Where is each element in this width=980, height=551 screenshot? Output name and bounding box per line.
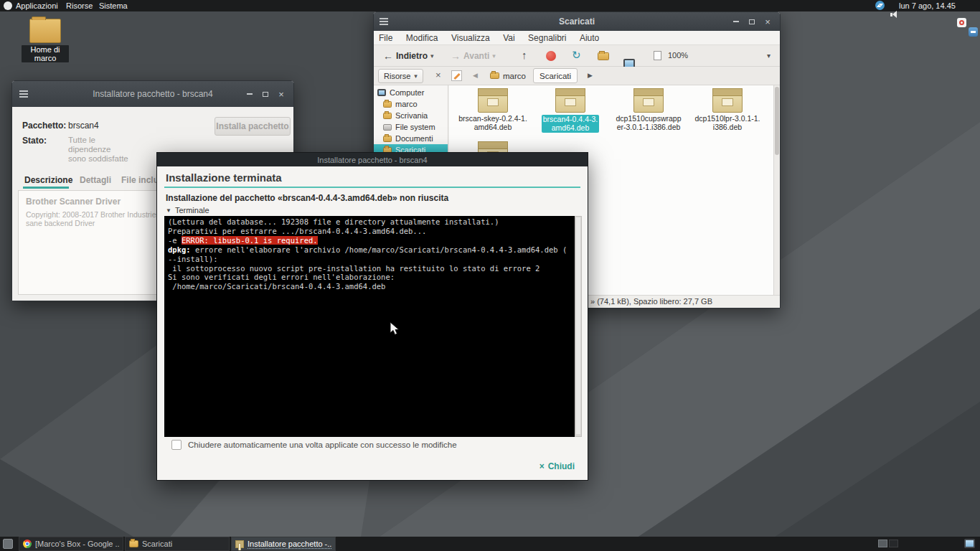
folder-tool-icon[interactable] — [598, 52, 609, 60]
power-indicator-icon[interactable] — [957, 18, 966, 27]
forward-icon: → — [451, 50, 461, 62]
maximize-button[interactable] — [258, 81, 273, 107]
maximize-icon — [749, 19, 755, 24]
install-package-button[interactable]: Installa pacchetto — [215, 117, 291, 136]
menu-aiuto[interactable]: Aiuto — [575, 31, 604, 45]
sidebar-label: Documenti — [395, 134, 433, 143]
back-button[interactable]: ← Indietro ▾ — [380, 48, 438, 64]
terminal-error-text: ERROR: libusb-0.1 is required. — [182, 236, 318, 245]
folder-icon — [490, 72, 499, 79]
minimize-button[interactable] — [242, 81, 258, 107]
session-menu-icon[interactable] — [969, 27, 978, 37]
volume-icon[interactable] — [890, 11, 897, 19]
tray-display-icon[interactable] — [964, 539, 975, 548]
file-name-line: amd64.deb — [543, 124, 598, 133]
dialog-titlebar[interactable]: Installatore pacchetto - brscan4 — [157, 153, 588, 166]
places-dropdown[interactable]: Risorse ▾ — [378, 69, 423, 83]
heading-underline — [164, 187, 580, 188]
edit-path-icon[interactable] — [451, 70, 462, 81]
breadcrumb-marco[interactable]: marco — [484, 68, 532, 83]
forward-button[interactable]: → Avanti ▾ — [447, 48, 499, 64]
taskbar-item-label: [Marco's Box - Google ... — [35, 540, 119, 548]
taskbar-item-installer[interactable]: Installatore pacchetto -... — [231, 537, 336, 551]
taskbar-item-browser[interactable]: [Marco's Box - Google ... — [19, 537, 123, 551]
workspace-2[interactable] — [889, 540, 898, 547]
file-item-brscan-skey[interactable]: brscan-skey-0.2.4-1. amd64.deb — [457, 88, 529, 133]
panel-menu-risorse[interactable]: Risorse — [66, 0, 93, 11]
menu-modifica[interactable]: Modifica — [401, 31, 443, 45]
installer-titlebar[interactable]: Installatore pacchetto - brscan4 × — [12, 81, 293, 107]
terminal-scrollbar[interactable] — [575, 216, 582, 437]
close-button[interactable]: × — [760, 12, 776, 31]
auto-close-checkbox[interactable] — [171, 440, 182, 450]
file-item-dcp1510lpr[interactable]: dcp1510lpr-3.0.1-1. i386.deb — [692, 88, 763, 133]
terminal-line: --install): — [168, 255, 571, 264]
places-label: Risorse — [384, 72, 410, 80]
scroll-right-icon[interactable]: ▶ — [588, 72, 593, 79]
show-desktop-icon[interactable] — [3, 539, 13, 549]
menu-segnalibri[interactable]: Segnalibri — [523, 31, 571, 45]
panel-menu-sistema[interactable]: Sistema — [99, 0, 128, 11]
caret-down-icon: ▾ — [492, 52, 496, 60]
file-item-brscan4[interactable]: brscan4-0.4.4-3. amd64.deb — [534, 88, 606, 133]
minimize-icon — [733, 21, 739, 22]
network-icon[interactable] — [875, 1, 885, 10]
breadcrumb-scaricati[interactable]: Scaricati — [533, 68, 578, 83]
sidebar-item-documenti[interactable]: Documenti — [383, 133, 433, 144]
minimize-button[interactable] — [728, 12, 744, 31]
taskbar-item-scaricati[interactable]: Scaricati — [125, 537, 230, 551]
sidebar-label: Scrivania — [395, 111, 428, 120]
maximize-button[interactable] — [744, 12, 760, 31]
workspace-1[interactable] — [878, 540, 887, 547]
document-tool-icon[interactable] — [654, 51, 661, 60]
scroll-left-icon[interactable]: ◀ — [473, 72, 478, 79]
scrollbar-thumb[interactable] — [775, 87, 779, 155]
file-name-line: i386.deb — [694, 123, 760, 132]
scrollbar-thumb[interactable] — [576, 217, 580, 434]
stop-icon[interactable] — [546, 51, 556, 61]
fm-toolbar: ← Indietro ▾ → Avanti ▾ ↑ ↻ 100% ▾ — [374, 45, 780, 67]
tab-dettagli[interactable]: Dettagli — [80, 175, 111, 185]
status-label: Stato: — [22, 136, 47, 146]
window-menu-icon[interactable] — [380, 18, 388, 25]
toolbar-overflow-icon[interactable]: ▾ — [767, 52, 771, 60]
sidebar-item-scrivania[interactable]: Scrivania — [383, 110, 428, 121]
up-icon[interactable]: ↑ — [522, 50, 527, 60]
terminal-output[interactable]: (Lettura del database... 192308 file e d… — [164, 216, 575, 437]
menu-vai[interactable]: Vai — [498, 31, 519, 45]
clock[interactable]: lun 7 ago, 14.45 — [899, 0, 956, 11]
folder-icon — [383, 101, 392, 108]
package-value: brscan4 — [68, 121, 99, 131]
file-list-scrollbar[interactable] — [773, 85, 780, 295]
checkbox-label: Chiudere automaticamente una volta appli… — [188, 441, 457, 449]
menu-visualizza[interactable]: Visualizza — [446, 31, 495, 45]
menu-file[interactable]: File — [374, 31, 397, 45]
sidebar-item-marco[interactable]: marco — [383, 98, 418, 110]
terminal-line: /home/marco/Scaricati/brscan4-0.4.4-3.am… — [168, 282, 571, 291]
sidebar-item-computer[interactable]: Computer — [377, 87, 424, 98]
terminal-line: il sottoprocesso nuovo script pre-instal… — [168, 264, 571, 273]
active-tab-underline — [23, 187, 69, 189]
window-menu-icon[interactable] — [19, 90, 28, 98]
fm-titlebar[interactable]: Scaricati × — [374, 12, 780, 31]
breadcrumb-label: marco — [503, 72, 526, 80]
sidebar-item-file-system[interactable]: File system — [383, 121, 435, 133]
back-label: Indietro — [396, 51, 428, 61]
maximize-icon — [263, 92, 268, 97]
expander-down-icon: ▼ — [166, 207, 171, 214]
expander-label: Terminale — [175, 206, 209, 215]
desktop-home-folder[interactable]: Home di marco — [22, 19, 69, 64]
terminal-line: -e ERROR: libusb-0.1 is required. — [168, 236, 571, 245]
install-result-dialog: Installatore pacchetto - brscan4 Install… — [156, 152, 588, 481]
terminal-expander[interactable]: ▼ Terminale — [166, 206, 209, 215]
close-button[interactable]: × — [273, 81, 289, 107]
tab-descrizione[interactable]: Descrizione — [24, 175, 72, 185]
close-pane-icon[interactable]: × — [435, 70, 441, 80]
panel-menu-applicazioni[interactable]: Applicazioni — [16, 0, 58, 11]
workspace-switcher[interactable] — [878, 540, 898, 547]
applications-menu-icon[interactable] — [4, 1, 12, 10]
file-name-line: brscan4-0.4.4-3. — [543, 116, 598, 124]
refresh-icon[interactable]: ↻ — [572, 50, 581, 60]
file-item-dcp1510cupswrapper[interactable]: dcp1510cupswrapp er-3.0.1-1.i386.deb — [613, 88, 684, 133]
close-dialog-button[interactable]: × Chiudi — [540, 461, 575, 471]
